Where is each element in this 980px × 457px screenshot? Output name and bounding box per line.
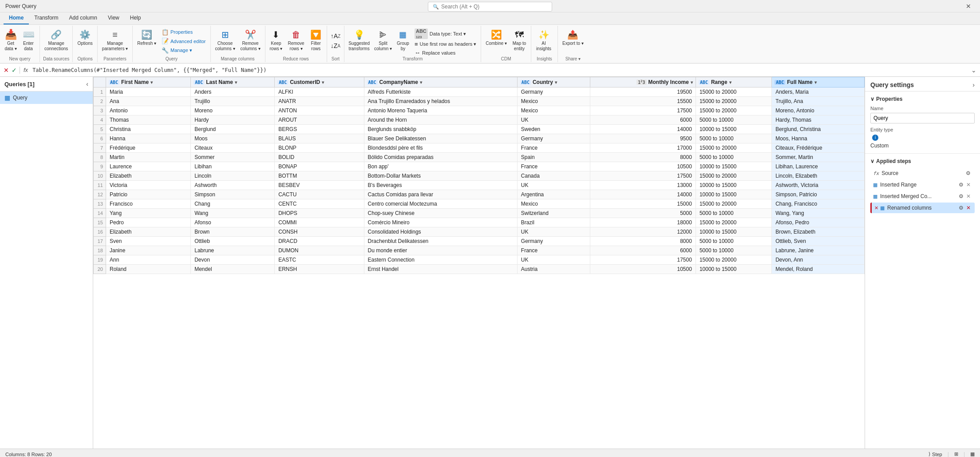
export-to-button[interactable]: 📤 Export to ▾ [560,27,586,55]
col-filter-customerid[interactable]: ▾ [322,80,324,85]
table-row[interactable]: 4ThomasHardyAROUTAround the HornUK600050… [94,115,865,125]
remove-columns-button[interactable]: ✂️ Removecolumns ▾ [238,27,263,55]
table-row[interactable]: 7FrédériqueCiteauxBLONPBlondesddsl père … [94,143,865,153]
keep-rows-button[interactable]: ⬇ Keeprows ▾ [267,27,285,55]
enter-data-button[interactable]: ⌨️ Enterdata [20,27,37,55]
group-by-button[interactable]: ▦ Groupby [394,27,412,53]
step-renamed-columns[interactable]: ✕ ▦ Renamed columns ⚙ ✕ [870,203,975,213]
tab-add-column[interactable]: Add column [64,13,103,24]
table-row[interactable]: 10ElizabethLincolnBOTTMBottom-Dollar Mar… [94,171,865,181]
close-icon[interactable]: ✕ [962,2,975,11]
table-row[interactable]: 16ElizabethBrownCONSHConsolidated Holdin… [94,227,865,237]
step-renamed-settings-icon[interactable]: ⚙ [957,204,965,211]
replace-values-button[interactable]: ↔ Replace values [412,48,479,57]
remove-rows-button[interactable]: 🗑 Removerows ▾ [285,27,307,55]
col-filter-firstname[interactable]: ▾ [150,80,153,85]
refresh-button[interactable]: 🔄 Refresh ▾ [134,27,159,48]
tab-view[interactable]: View [103,13,125,24]
manage-connections-button[interactable]: 🔗 Manageconnections [42,27,71,55]
use-first-row-button[interactable]: ≡ Use first row as headers ▾ [412,40,479,48]
table-cell: BLAUS [275,134,364,143]
query-settings-expand-icon[interactable]: › [972,81,975,88]
manage-button[interactable]: 🔧 Manage ▾ [159,46,209,55]
query-item-query[interactable]: ▦ Query [0,91,93,104]
search-input[interactable] [441,4,547,10]
split-column-button[interactable]: ⫸ Splitcolumn ▾ [372,27,394,53]
status-table-button[interactable]: ⊞ [954,451,958,457]
table-row[interactable]: 1MariaAndersALFKIAlfreds FutterkisteGerm… [94,87,865,97]
table-row[interactable]: 8MartinSommerBOLIDBólido Comidas prepara… [94,153,865,162]
table-row[interactable]: 3AntonioMorenoANTONAntonio Moreno Taquer… [94,106,865,115]
advanced-editor-button[interactable]: 📝 Advanced editor [159,37,209,45]
table-row[interactable]: 6HannaMoosBLAUSBlauer See DelikatessenGe… [94,134,865,143]
step-inserted-range-delete-icon[interactable]: ✕ [965,181,972,188]
suggested-transforms-button[interactable]: 💡 Suggestedtransforms [346,27,372,53]
table-cell: Ana [106,97,191,106]
col-header-firstname[interactable]: ABC First Name ▾ [106,77,191,87]
table-row[interactable]: 15PedroAfonsoCOMMIComércio MineiroBrazil… [94,218,865,227]
filter-rows-button[interactable]: 🔽 Filterrows [307,27,325,55]
data-grid-wrapper[interactable]: ABC First Name ▾ ABC Last Name ▾ [93,77,865,449]
map-to-entity-button[interactable]: 🗺 Map toentity [510,27,529,55]
table-row[interactable]: 12PatricioSimpsonCACTUCactus Comidas par… [94,190,865,199]
table-cell: CENTC [275,199,364,209]
table-row[interactable]: 19AnnDevonEASTCEastern ConnectionUK17500… [94,255,865,265]
table-row[interactable]: 18JanineLabruneDUMONDu monde entierFranc… [94,246,865,255]
manage-parameters-button[interactable]: ≡ Manageparameters ▾ [99,27,130,55]
step-source-settings-icon[interactable]: ⚙ [964,170,972,177]
col-header-range[interactable]: ABC Range ▾ [695,77,771,87]
table-row[interactable]: 17SvenOttliebDRACDDrachenblut Delikatess… [94,237,865,246]
table-row[interactable]: 2AnaTrujilloANATRAna Trujillo Emaredados… [94,97,865,106]
table-row[interactable]: 11VictoriaAshworthBESBEVB's BeveragesUK1… [94,181,865,190]
status-step-button[interactable]: ⟩ Step [929,451,942,457]
step-inserted-merged-settings-icon[interactable]: ⚙ [957,193,965,200]
combine-button[interactable]: 🔀 Combine ▾ [483,27,510,55]
properties-section-title[interactable]: ∨ Properties [870,96,975,102]
queries-collapse-icon[interactable]: ‹ [86,80,88,87]
col-filter-range[interactable]: ▾ [729,80,731,85]
tab-home[interactable]: Home [4,13,29,24]
status-grid-button[interactable]: ▦ [970,451,975,457]
query-name-input[interactable] [870,113,975,123]
step-inserted-merged[interactable]: ▦ Inserted Merged Co... ⚙ ✕ [870,191,975,202]
sort-asc-button[interactable]: ↑AZ [329,32,342,40]
col-header-country[interactable]: ABC Country ▾ [517,77,590,87]
choose-columns-button[interactable]: ⊞ Choosecolumns ▾ [213,27,238,55]
step-inserted-merged-delete-icon[interactable]: ✕ [965,193,972,200]
formula-input[interactable] [32,67,968,73]
formula-accept-icon[interactable]: ✓ [12,67,17,74]
table-row[interactable]: 5ChristinaBerglundBERGSBerglunds snabbkö… [94,125,865,134]
table-row[interactable]: 14YangWangDHOPSChop-suey ChineseSwitzerl… [94,209,865,218]
col-filter-country[interactable]: ▾ [555,80,557,85]
col-header-customerid[interactable]: ABC CustomerID ▾ [275,77,364,87]
formula-cancel-icon[interactable]: ✕ [4,67,9,74]
formula-expand-icon[interactable]: ⌄ [971,67,976,74]
entity-type-info-icon[interactable]: i [872,135,878,141]
data-type-button[interactable]: ABC123 Data type: Text ▾ [412,28,479,40]
col-header-monthlyincome[interactable]: 123 Monthly Income ▾ [590,77,695,87]
table-cell: Afonso [191,218,275,227]
col-header-companyname[interactable]: ABC CompanyName ▾ [364,77,517,87]
table-row[interactable]: 9LaurenceLibihanBONAPBon app'France10500… [94,162,865,171]
step-source[interactable]: fx Source ⚙ [870,168,975,179]
step-renamed-delete-icon[interactable]: ✕ [965,204,972,211]
col-filter-lastname[interactable]: ▾ [235,80,237,85]
properties-button[interactable]: 📋 Properties [159,28,209,36]
applied-steps-title[interactable]: ∨ Applied steps [870,158,975,164]
tab-help[interactable]: Help [125,13,146,24]
table-row[interactable]: 13FranciscoChangCENTCCentro comercial Mo… [94,199,865,209]
get-data-button[interactable]: 📥 Getdata ▾ [2,27,20,55]
ai-insights-button[interactable]: ✨ AIinsights [533,27,554,55]
table-row[interactable]: 20RolandMendelERNSHErnst HandelAustria10… [94,265,865,274]
sort-desc-button[interactable]: ↓ZA [329,41,342,50]
tab-transform[interactable]: Transform [29,13,63,24]
options-button[interactable]: ⚙️ Options [75,27,95,55]
col-filter-monthlyincome[interactable]: ▾ [691,80,693,85]
step-inserted-range[interactable]: ▦ Inserted Range ⚙ ✕ [870,179,975,190]
col-filter-fullname[interactable]: ▾ [814,80,817,85]
col-header-lastname[interactable]: ABC Last Name ▾ [191,77,275,87]
step-icon-small: ⟩ [929,451,930,457]
step-inserted-range-settings-icon[interactable]: ⚙ [957,181,965,188]
col-header-fullname[interactable]: ABC Full Name ▾ [772,77,865,87]
col-filter-companyname[interactable]: ▾ [420,80,422,85]
